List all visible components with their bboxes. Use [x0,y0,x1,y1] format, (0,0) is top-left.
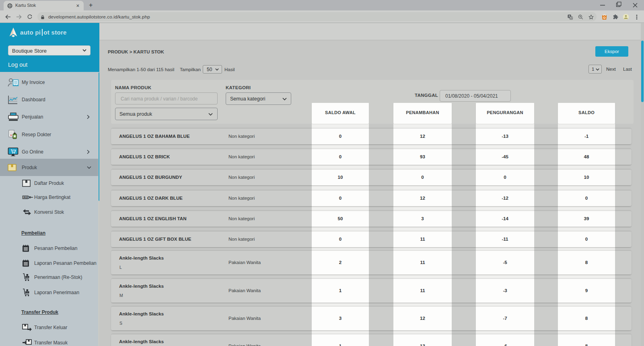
svg-text:RP: RP [24,196,29,200]
